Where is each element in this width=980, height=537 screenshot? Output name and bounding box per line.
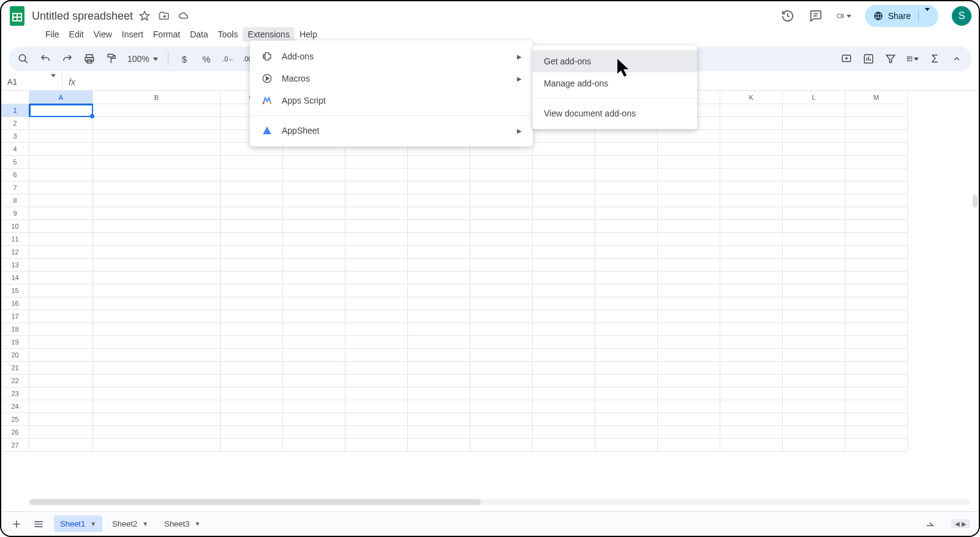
cell[interactable] [720,220,783,233]
cell[interactable] [783,310,845,323]
cell[interactable] [658,310,720,323]
cell[interactable] [783,130,845,143]
cell[interactable] [595,181,658,194]
cell[interactable] [720,181,783,194]
cell[interactable] [533,323,595,336]
cell[interactable] [93,169,221,181]
cell[interactable] [29,181,93,194]
cell[interactable] [783,349,845,362]
menu-item-add-ons[interactable]: Add-ons▶ [250,45,533,67]
sheet-tab-dropdown-icon[interactable]: ▼ [90,520,96,527]
cell[interactable] [658,362,720,375]
cell[interactable] [221,259,283,272]
cell[interactable] [93,104,221,117]
cell[interactable] [283,349,345,362]
cell[interactable] [720,130,783,143]
cell[interactable] [595,362,658,375]
cell[interactable] [29,439,93,452]
row-header[interactable]: 14 [1,272,29,284]
cell[interactable] [470,387,533,400]
cell[interactable] [720,336,783,349]
cell[interactable] [29,207,93,220]
cell[interactable] [29,272,93,284]
row-header[interactable]: 7 [1,181,29,194]
select-all-box[interactable] [1,91,29,104]
cell[interactable] [783,259,845,272]
cell[interactable] [845,272,908,284]
cell[interactable] [533,181,595,194]
cell[interactable] [345,272,408,284]
print-icon[interactable] [83,53,96,65]
cell[interactable] [283,426,345,439]
namebox-dropdown-icon[interactable] [51,77,56,86]
cell[interactable] [283,272,345,284]
cell[interactable] [221,207,283,220]
cell[interactable] [533,130,595,143]
explore-button[interactable] [923,517,937,531]
cell[interactable] [470,362,533,375]
cell[interactable] [783,426,845,439]
cell[interactable] [470,220,533,233]
cell[interactable] [408,284,470,297]
cell[interactable] [29,362,93,375]
cell[interactable] [221,156,283,169]
cell[interactable] [408,194,470,207]
cell[interactable] [720,387,783,400]
cell[interactable] [533,310,595,323]
cell[interactable] [720,297,783,310]
sheet-tab-dropdown-icon[interactable]: ▼ [194,520,200,527]
cell[interactable] [345,220,408,233]
history-icon[interactable] [780,9,795,23]
cell[interactable] [93,362,221,375]
cell[interactable] [720,413,783,426]
cell[interactable] [345,259,408,272]
cell[interactable] [93,272,221,284]
cell[interactable] [283,297,345,310]
cell[interactable] [845,362,908,375]
cell[interactable] [533,387,595,400]
cell[interactable] [93,400,221,413]
cell[interactable] [345,246,408,259]
cell[interactable] [283,220,345,233]
cell[interactable] [345,387,408,400]
column-header[interactable]: K [720,91,783,104]
cell[interactable] [93,156,221,169]
vscroll-indicator[interactable] [973,195,978,207]
cell[interactable] [345,349,408,362]
cell[interactable] [845,181,908,194]
cell[interactable] [408,426,470,439]
cell[interactable] [29,413,93,426]
cell[interactable] [595,259,658,272]
cell[interactable] [29,375,93,387]
cell[interactable] [345,375,408,387]
cell[interactable] [408,297,470,310]
cell[interactable] [845,130,908,143]
cell[interactable] [470,400,533,413]
row-header[interactable]: 19 [1,336,29,349]
cell[interactable] [283,336,345,349]
cell[interactable] [93,413,221,426]
cell[interactable] [221,349,283,362]
tab-scroll-buttons[interactable]: ◀ ▶ [951,519,970,528]
cell[interactable] [408,220,470,233]
row-header[interactable]: 4 [1,143,29,156]
cell[interactable] [845,104,908,117]
cell[interactable] [533,246,595,259]
cell[interactable] [93,207,221,220]
cell[interactable] [845,207,908,220]
row-header[interactable]: 8 [1,194,29,207]
cell[interactable] [845,349,908,362]
cell[interactable] [93,336,221,349]
cell[interactable] [783,156,845,169]
row-header[interactable]: 18 [1,323,29,336]
cell[interactable] [533,349,595,362]
cell[interactable] [720,284,783,297]
cell[interactable] [29,400,93,413]
cell[interactable] [283,233,345,246]
cell[interactable] [845,400,908,413]
row-header[interactable]: 22 [1,375,29,387]
cell[interactable] [595,375,658,387]
row-header[interactable]: 1 [1,104,29,117]
cell[interactable] [93,284,221,297]
menu-format[interactable]: Format [148,27,185,42]
